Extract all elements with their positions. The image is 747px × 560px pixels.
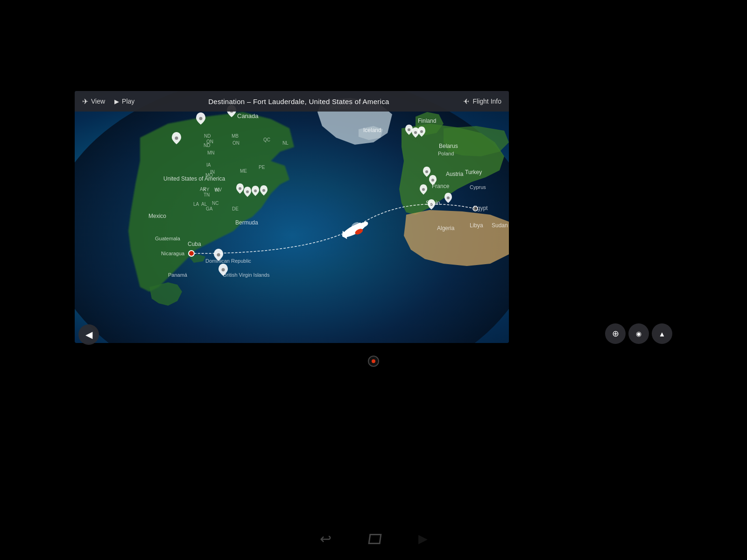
svg-text:MN: MN xyxy=(207,150,215,155)
arrow-button[interactable]: ▲ xyxy=(652,323,672,344)
svg-point-2 xyxy=(189,251,194,256)
svg-text:Finland: Finland xyxy=(418,118,436,124)
target-icon: ⊕ xyxy=(612,329,619,339)
play-label: Play xyxy=(122,98,134,105)
svg-point-15 xyxy=(425,170,428,173)
svg-text:LA: LA xyxy=(193,202,199,207)
center-dot-inner xyxy=(372,359,375,363)
map-frame: Canada Greenland Iceland Finland Belarus… xyxy=(75,91,509,343)
target-button[interactable]: ⊕ xyxy=(605,323,626,344)
svg-point-5 xyxy=(217,253,220,257)
svg-text:MB: MB xyxy=(232,133,239,139)
play-button[interactable]: ▶ Play xyxy=(114,98,134,105)
svg-text:IN: IN xyxy=(210,169,215,175)
svg-point-12 xyxy=(408,128,410,131)
svg-text:TN: TN xyxy=(204,192,210,197)
svg-text:ON: ON xyxy=(206,139,213,144)
svg-text:British Virgin Islands: British Virgin Islands xyxy=(223,272,270,278)
flight-info-button[interactable]: ✈ Flight Info xyxy=(463,97,501,106)
play-icon: ▶ xyxy=(114,98,119,105)
svg-text:IN: IN xyxy=(215,188,219,193)
svg-text:ON: ON xyxy=(233,140,240,146)
svg-text:France: France xyxy=(432,183,450,189)
flight-info-label: Flight Info xyxy=(473,98,501,105)
svg-text:Canada: Canada xyxy=(237,112,259,119)
svg-text:Belarus: Belarus xyxy=(439,143,458,149)
svg-text:Panamá: Panamá xyxy=(168,272,188,278)
svg-text:Guatemala: Guatemala xyxy=(155,236,181,241)
svg-text:Cuba: Cuba xyxy=(188,241,201,247)
svg-text:KY: KY xyxy=(203,187,210,192)
svg-text:Egypt: Egypt xyxy=(473,205,488,211)
svg-text:United States of America: United States of America xyxy=(163,175,225,182)
toolbar-left: ✈ View ▶ Play xyxy=(82,97,134,106)
svg-text:Sudan: Sudan xyxy=(492,222,508,229)
svg-point-3 xyxy=(199,117,203,120)
svg-text:Iceland: Iceland xyxy=(363,127,381,133)
svg-point-6 xyxy=(222,268,225,272)
arrow-icon: ▲ xyxy=(659,330,666,338)
svg-point-16 xyxy=(431,179,434,182)
svg-text:Mexico: Mexico xyxy=(148,213,166,219)
svg-text:PE: PE xyxy=(259,165,265,170)
bottom-nav: ↩ ▶ xyxy=(0,531,747,547)
svg-point-4 xyxy=(175,137,178,140)
svg-text:DE: DE xyxy=(232,206,239,211)
screen: Canada Greenland Iceland Finland Belarus… xyxy=(0,0,747,560)
center-indicator xyxy=(368,356,379,367)
svg-point-17 xyxy=(422,188,425,191)
compass-button[interactable]: ◉ xyxy=(628,323,649,344)
svg-point-11 xyxy=(262,189,265,192)
bottom-right-button[interactable]: ▶ xyxy=(418,532,428,546)
svg-text:Dominican Republic: Dominican Republic xyxy=(205,258,251,264)
svg-point-8 xyxy=(239,187,241,190)
svg-text:Turkey: Turkey xyxy=(465,169,482,175)
svg-point-9 xyxy=(246,190,249,193)
svg-text:Spain: Spain xyxy=(426,200,440,206)
svg-text:Nicaragua: Nicaragua xyxy=(161,251,185,256)
bottom-back-button[interactable]: ↩ xyxy=(320,531,331,547)
svg-point-10 xyxy=(254,189,257,192)
view-label: View xyxy=(91,98,105,105)
destination-text: Destination – Fort Lauderdale, United St… xyxy=(134,98,463,105)
svg-text:IA: IA xyxy=(206,162,211,168)
svg-text:Libya: Libya xyxy=(470,222,483,229)
svg-point-19 xyxy=(447,196,450,199)
svg-text:ND: ND xyxy=(204,133,211,139)
svg-text:NC: NC xyxy=(212,201,218,206)
svg-point-13 xyxy=(414,131,417,134)
svg-point-14 xyxy=(420,130,423,133)
back-button[interactable]: ◀ xyxy=(78,324,99,345)
globe-svg: Canada Greenland Iceland Finland Belarus… xyxy=(75,91,509,343)
svg-text:ME: ME xyxy=(240,168,247,174)
svg-text:Algeria: Algeria xyxy=(437,225,455,231)
flight-icon: ✈ xyxy=(463,97,469,106)
svg-text:NL: NL xyxy=(282,140,289,146)
svg-text:Cyprus: Cyprus xyxy=(470,184,486,190)
svg-text:GA: GA xyxy=(206,206,213,211)
svg-text:Austria: Austria xyxy=(446,171,464,177)
svg-text:Bermuda: Bermuda xyxy=(235,219,258,226)
plane-icon: ✈ xyxy=(82,97,88,106)
bottom-right-icon: ▶ xyxy=(418,532,428,546)
bottom-back-icon: ↩ xyxy=(320,531,331,546)
svg-text:Poland: Poland xyxy=(438,151,454,156)
toolbar: ✈ View ▶ Play Destination – Fort Lauderd… xyxy=(75,91,509,112)
svg-text:QC: QC xyxy=(263,137,270,142)
bottom-home-button[interactable] xyxy=(368,534,381,544)
back-icon: ◀ xyxy=(85,329,92,340)
view-button[interactable]: ✈ View xyxy=(82,97,105,106)
compass-icon: ◉ xyxy=(636,330,641,337)
